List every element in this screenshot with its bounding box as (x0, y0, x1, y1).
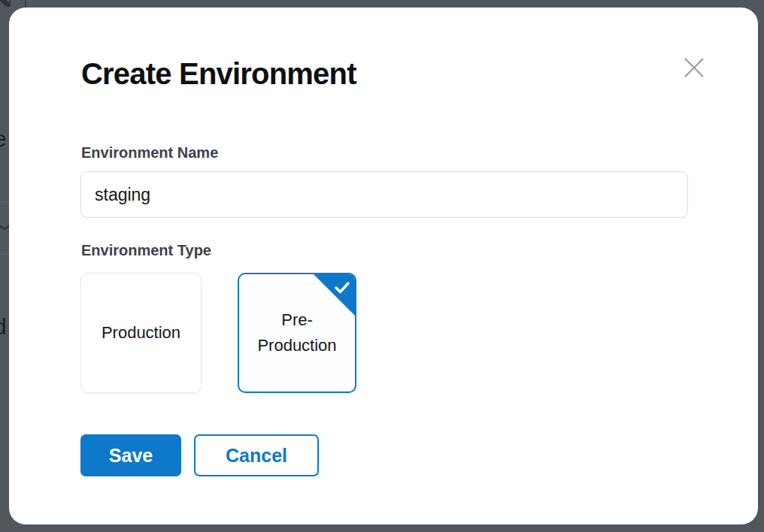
environment-name-label: Environment Name (81, 144, 218, 162)
type-option-label: Production (102, 320, 180, 346)
save-button[interactable]: Save (80, 434, 181, 476)
environment-type-label: Environment Type (81, 242, 211, 259)
backdrop-divider (25, 0, 26, 8)
type-option-label: Pre-Production (251, 307, 343, 358)
environment-type-options: Production Pre-Production (80, 273, 356, 393)
close-icon (682, 56, 706, 80)
backdrop-text-fragment: e (0, 126, 9, 152)
backdrop-chevron-icon (0, 0, 11, 7)
backdrop-text-fragment: d (0, 314, 9, 340)
create-environment-dialog: Create Environment Environment Name Envi… (9, 8, 758, 524)
check-icon (334, 280, 350, 295)
backdrop-divider (0, 201, 9, 202)
cancel-button[interactable]: Cancel (194, 434, 319, 476)
backdrop-divider (0, 254, 9, 255)
dialog-actions: Save Cancel (80, 434, 319, 476)
type-option-production[interactable]: Production (80, 273, 202, 393)
environment-name-input[interactable] (80, 171, 688, 218)
dialog-title: Create Environment (81, 57, 356, 91)
close-button[interactable] (681, 54, 708, 81)
type-option-pre-production[interactable]: Pre-Production (238, 273, 356, 393)
